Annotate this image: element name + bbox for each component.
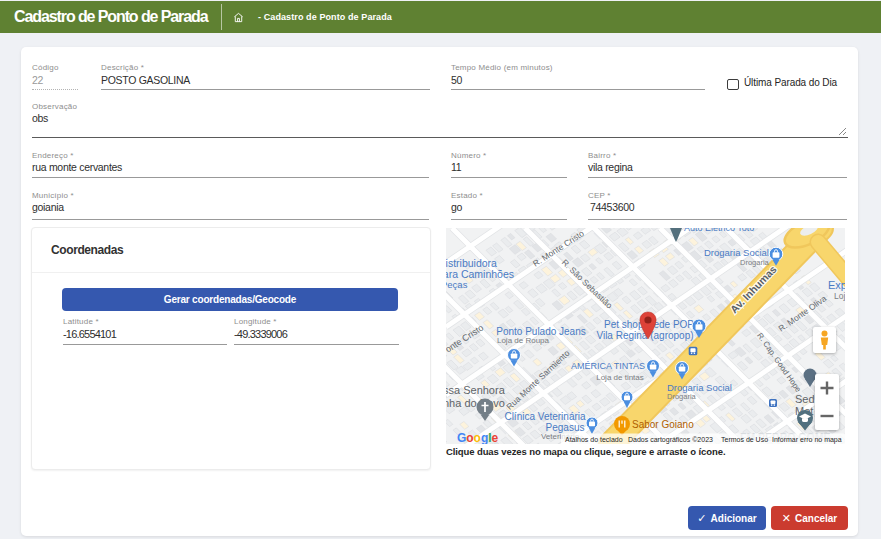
svg-text:AMÉRICA TINTAS: AMÉRICA TINTAS bbox=[571, 361, 645, 371]
svg-text:Exper: Exper bbox=[828, 279, 845, 291]
svg-text:Peças: Peças bbox=[446, 279, 468, 290]
svg-text:Informar erro no mapa: Informar erro no mapa bbox=[772, 436, 842, 444]
svg-text:para Caminhões: para Caminhões bbox=[446, 268, 514, 280]
svg-text:Dados cartográficos ©2023: Dados cartográficos ©2023 bbox=[628, 436, 713, 444]
svg-text:o: o bbox=[466, 431, 473, 445]
svg-text:ssa Senhora: ssa Senhora bbox=[446, 384, 506, 396]
svg-text:Loja de tintas: Loja de tintas bbox=[596, 373, 644, 382]
svg-text:g: g bbox=[481, 431, 488, 445]
svg-text:Termos de Uso: Termos de Uso bbox=[721, 436, 768, 443]
svg-text:Auto Elétrico Toto: Auto Elétrico Toto bbox=[684, 228, 754, 233]
svg-text:e: e bbox=[492, 431, 499, 445]
svg-text:Loja de Roupa: Loja de Roupa bbox=[497, 336, 550, 345]
svg-text:G: G bbox=[457, 431, 466, 445]
svg-text:Drogaria Social: Drogaria Social bbox=[704, 247, 769, 258]
svg-text:Pegasus: Pegasus bbox=[546, 422, 585, 433]
svg-text:Atalhos do teclado: Atalhos do teclado bbox=[565, 436, 623, 443]
svg-text:Loja: Loja bbox=[834, 291, 845, 301]
svg-text:o: o bbox=[474, 431, 481, 445]
svg-text:Drogaria: Drogaria bbox=[667, 392, 697, 401]
svg-text:Ponto Pulado Jeans: Ponto Pulado Jeans bbox=[496, 326, 586, 337]
svg-text:Clínica Veterinária: Clínica Veterinária bbox=[504, 411, 586, 422]
svg-text:Sed: Sed bbox=[795, 393, 815, 405]
svg-text:nha do Povo: nha do Povo bbox=[446, 397, 505, 409]
svg-text:Sabor Goiano: Sabor Goiano bbox=[632, 419, 694, 430]
svg-text:Drogaria: Drogaria bbox=[740, 258, 770, 267]
